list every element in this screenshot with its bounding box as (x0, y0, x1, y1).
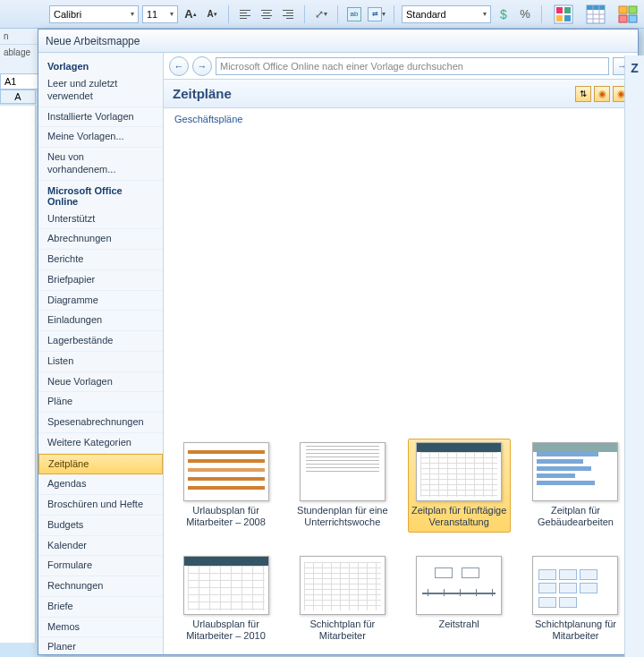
template-item[interactable]: Urlaubsplan für Mitarbeiter – 2008 (174, 439, 277, 532)
sidebar-item[interactable]: Neue Vorlagen (38, 372, 163, 393)
sidebar-item[interactable]: Einladungen (38, 311, 163, 331)
format-as-table-button[interactable] (581, 2, 610, 27)
svg-rect-4 (564, 15, 571, 21)
template-thumbnail (532, 442, 618, 501)
conditional-formatting-button[interactable] (549, 2, 578, 27)
svg-rect-13 (619, 15, 627, 22)
font-name-select[interactable]: Calibri ▾ (49, 5, 139, 23)
template-label: Schichtplanung für Mitarbeiter (528, 619, 623, 642)
subcategory-link[interactable]: Geschäftspläne (164, 108, 638, 130)
preview-pane-edge: Z (624, 55, 644, 657)
template-label: Zeitplan für fünftägige Veranstaltung (411, 505, 507, 528)
svg-rect-6 (587, 5, 605, 10)
sidebar-item[interactable]: Weitere Kategorien (38, 433, 163, 454)
sidebar-item[interactable]: Briefpapier (38, 270, 163, 291)
back-button[interactable]: ← (169, 56, 189, 76)
separator (304, 5, 305, 23)
align-center-icon (261, 10, 272, 19)
cell-styles-icon (617, 4, 639, 25)
font-size-value: 11 (147, 9, 157, 20)
svg-rect-11 (619, 6, 627, 13)
template-thumbnail (183, 556, 269, 615)
align-left-icon (240, 10, 250, 19)
align-center-button[interactable] (258, 5, 275, 23)
person-icon: ◉ (598, 89, 606, 98)
template-thumbnail (300, 556, 386, 615)
template-item[interactable]: Urlaubsplan für Mitarbeiter – 2010 (174, 552, 277, 645)
category-heading: Zeitpläne (173, 86, 232, 101)
align-right-button[interactable] (279, 5, 297, 23)
template-item[interactable]: Schichtplanung für Mitarbeiter (524, 552, 627, 645)
dialog-body: Vorlagen Leer und zuletzt verwendetInsta… (38, 53, 638, 654)
sidebar-item[interactable]: Berichte (38, 250, 163, 270)
sidebar-item[interactable]: Zeitpläne (38, 454, 163, 475)
sidebar-item[interactable]: Installierte Vorlagen (38, 107, 163, 128)
sidebar-item[interactable]: Planer (38, 637, 163, 654)
percent-button[interactable]: % (516, 5, 534, 23)
forward-button[interactable]: → (192, 56, 212, 76)
sidebar-item[interactable]: Formulare (38, 556, 163, 576)
sort-icon: ⇅ (580, 89, 587, 98)
template-item[interactable]: Zeitplan für Gebäudearbeiten (524, 439, 627, 532)
cell-styles-button[interactable] (614, 2, 642, 27)
template-label: Urlaubsplan für Mitarbeiter – 2008 (178, 505, 274, 528)
category-heading-row: Zeitpläne ⇅ ◉ ◉ (164, 80, 638, 108)
svg-rect-14 (629, 15, 637, 22)
column-header-a[interactable]: A (0, 90, 36, 104)
sidebar-item[interactable]: Memos (38, 618, 163, 638)
sidebar-item[interactable]: Lagerbestände (38, 331, 163, 352)
currency-button[interactable]: $ (495, 5, 513, 23)
sidebar-item[interactable]: Kalender (38, 536, 163, 557)
template-label: Stundenplan für eine Unterrichtswoche (294, 505, 390, 528)
sidebar-item[interactable]: Spesenabrechnungen (38, 413, 163, 433)
template-item[interactable]: Stundenplan für eine Unterrichtswoche (291, 439, 394, 532)
template-grid: Urlaubsplan für Mitarbeiter – 2008Stunde… (164, 130, 638, 654)
dialog-title-bar: Neue Arbeitsmappe (38, 30, 638, 53)
template-sidebar: Vorlagen Leer und zuletzt verwendetInsta… (38, 53, 164, 654)
sidebar-item[interactable]: Rechnungen (38, 576, 163, 597)
grow-font-button[interactable]: A▴ (182, 5, 199, 23)
template-content: ← → Microsoft Office Online nach einer V… (164, 53, 638, 654)
sidebar-item[interactable]: Pläne (38, 392, 163, 413)
sidebar-item[interactable]: Neu von vorhandenem... (38, 148, 163, 181)
arrow-right-icon: → (198, 61, 208, 72)
template-thumbnail (300, 442, 386, 501)
font-size-select[interactable]: 11 ▾ (142, 5, 178, 23)
template-item[interactable]: Schichtplan für Mitarbeiter (291, 552, 394, 645)
sidebar-item[interactable]: Meine Vorlagen... (38, 127, 163, 148)
merge-button[interactable]: ⇄ ▾ (367, 5, 386, 23)
sidebar-item[interactable]: Unterstützt (38, 209, 163, 230)
sidebar-item[interactable]: Abrechnungen (38, 229, 163, 250)
font-name-value: Calibri (54, 9, 81, 20)
template-item[interactable]: Zeitplan für fünftägige Veranstaltung (408, 439, 511, 532)
sidebar-item[interactable]: Briefe (38, 597, 163, 618)
sidebar-heading-local: Vorlagen (38, 56, 163, 74)
sidebar-item[interactable]: Agendas (38, 474, 163, 495)
sidebar-item[interactable]: Listen (38, 352, 163, 372)
wrap-text-icon: ab (347, 7, 361, 21)
svg-rect-12 (629, 6, 637, 13)
sidebar-item[interactable]: Budgets (38, 516, 163, 536)
new-workbook-dialog: Neue Arbeitsmappe Vorlagen Leer und zule… (38, 29, 639, 655)
sidebar-item[interactable]: Diagramme (38, 291, 163, 311)
template-item[interactable]: Zeitstrahl (408, 552, 511, 645)
orientation-button[interactable]: ⤢ ▾ (312, 5, 330, 23)
template-thumbnail (183, 442, 269, 501)
align-left-button[interactable] (236, 5, 254, 23)
sidebar-heading-online: Microsoft Office Online (38, 181, 163, 209)
align-right-icon (283, 10, 293, 19)
search-input[interactable]: Microsoft Office Online nach einer Vorla… (216, 57, 609, 75)
chevron-down-icon: ▾ (131, 10, 134, 18)
separator (541, 5, 542, 23)
view-customer-button[interactable]: ◉ (594, 86, 610, 102)
sidebar-item[interactable]: Broschüren und Hefte (38, 495, 163, 516)
template-thumbnail (416, 556, 502, 615)
wrap-text-button[interactable]: ab (345, 5, 363, 23)
shrink-font-button[interactable]: A▾ (203, 5, 221, 23)
template-label: Schichtplan für Mitarbeiter (294, 619, 390, 642)
number-format-select[interactable]: Standard ▾ (402, 5, 491, 23)
svg-rect-3 (556, 15, 563, 21)
chevron-down-icon: ▾ (170, 10, 174, 18)
sidebar-item[interactable]: Leer und zuletzt verwendet (38, 74, 163, 107)
sort-button[interactable]: ⇅ (575, 86, 591, 102)
